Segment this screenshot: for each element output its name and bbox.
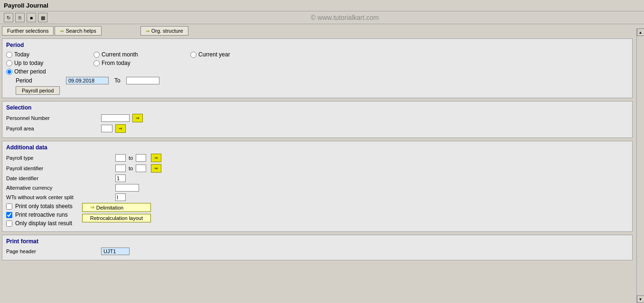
only-display-last-checkbox[interactable] [6, 220, 12, 227]
period-radio-group: Today Current month Current year Up to t… [6, 51, 628, 66]
period-section: Period Today Current month Current year … [2, 38, 633, 98]
other-period-radio[interactable] [6, 69, 12, 75]
page-header-label: Page header [6, 248, 101, 254]
date-identifier-row: Date identifier [6, 174, 628, 182]
payroll-type-label: Payroll type [6, 155, 115, 161]
personnel-number-input[interactable] [101, 114, 130, 122]
info-icon[interactable]: ▩ [38, 13, 47, 22]
period-section-title: Period [6, 42, 628, 48]
print-format-title: Print format [6, 238, 628, 245]
payroll-type-to-label: to [129, 155, 133, 161]
today-label[interactable]: Today [14, 51, 29, 58]
period-from-input[interactable] [66, 77, 109, 84]
today-radio[interactable] [6, 52, 12, 58]
additional-data-title: Additional data [6, 144, 628, 151]
payroll-period-button[interactable]: Payroll period [16, 86, 60, 95]
print-only-totals-label[interactable]: Print only totals sheets [15, 203, 73, 210]
selection-section-title: Selection [6, 104, 628, 111]
org-structure-button[interactable]: ⇒ Org. structure [140, 26, 188, 36]
payroll-type-nav-button[interactable]: ⇒ [151, 154, 161, 162]
title-bar: Payroll Journal [0, 0, 644, 11]
current-year-radio[interactable] [190, 52, 196, 58]
save-icon[interactable]: ■ [27, 13, 36, 22]
current-year-label[interactable]: Current year [198, 51, 230, 58]
action-buttons-group: ⇒ Delimitation Retrocalculation layout [82, 203, 151, 222]
payroll-identifier-nav-button[interactable]: ⇒ [151, 164, 161, 173]
wts-input[interactable] [115, 193, 126, 201]
org-structure-arrow-icon: ⇒ [146, 28, 149, 34]
scroll-down-arrow[interactable]: ▼ [637, 295, 644, 299]
from-today-radio[interactable] [93, 60, 100, 66]
delimitation-label: Delimitation [96, 205, 123, 211]
personnel-number-nav-button[interactable]: ⇒ [132, 114, 143, 122]
search-helps-label: Search helps [65, 28, 96, 34]
checkboxes-group: Print only totals sheets Print retroacti… [6, 203, 73, 229]
selection-section: Selection Personnel Number ⇒ Payroll are… [2, 101, 633, 138]
tab-bar: Further selections ⇒ Search helps ⇒ Org.… [2, 26, 633, 36]
personnel-number-label: Personnel Number [6, 115, 101, 121]
alternative-currency-row: Alternative currency [6, 184, 628, 192]
payroll-type-from-input[interactable] [115, 154, 126, 162]
scroll-up-arrow[interactable]: ▲ [637, 28, 644, 36]
further-selections-label: Further selections [7, 28, 48, 34]
payroll-identifier-row: Payroll identifier to ⇒ [6, 164, 628, 173]
page-header-row: Page header [6, 248, 628, 255]
print-retroactive-label[interactable]: Print retroactive runs [15, 211, 68, 218]
search-helps-arrow-icon: ⇒ [60, 28, 64, 34]
additional-data-section: Additional data Payroll type to ⇒ Payrol… [2, 141, 633, 232]
up-to-today-label[interactable]: Up to today [14, 60, 43, 66]
retrocalculation-label: Retrocalculation layout [90, 215, 143, 221]
wts-row: WTs without work center split [6, 193, 628, 201]
today-radio-item: Today [6, 51, 92, 58]
other-period-radio-item: Other period [6, 68, 628, 75]
personnel-number-row: Personnel Number ⇒ [6, 114, 628, 122]
print-only-totals-row: Print only totals sheets [6, 203, 73, 210]
print-retroactive-row: Print retroactive runs [6, 211, 73, 218]
main-content: Further selections ⇒ Search helps ⇒ Org.… [0, 24, 636, 299]
page-header-input[interactable] [101, 248, 130, 255]
further-selections-button[interactable]: Further selections [2, 26, 54, 36]
search-helps-button[interactable]: ⇒ Search helps [55, 26, 101, 36]
payroll-identifier-to-label: to [129, 165, 133, 171]
delimitation-button[interactable]: ⇒ Delimitation [82, 203, 151, 212]
other-period-label[interactable]: Other period [14, 68, 46, 75]
org-structure-label: Org. structure [151, 28, 183, 34]
toolbar: ↻ ⎘ ■ ▩ © www.tutorialkart.com [0, 11, 644, 24]
print-retroactive-checkbox[interactable] [6, 212, 12, 218]
period-input-row: Period To [16, 77, 628, 84]
period-to-input[interactable] [126, 77, 159, 84]
print-only-totals-checkbox[interactable] [6, 203, 12, 210]
page-title: Payroll Journal [4, 2, 48, 9]
current-month-radio[interactable] [93, 52, 100, 58]
payroll-identifier-from-input[interactable] [115, 165, 126, 172]
up-to-today-radio[interactable] [6, 60, 12, 66]
navigate-icon[interactable]: ↻ [4, 13, 13, 22]
payroll-area-input[interactable] [101, 125, 112, 132]
date-identifier-label: Date identifier [6, 175, 115, 181]
payroll-area-row: Payroll area ⇒ [6, 124, 628, 133]
from-today-radio-item: From today [93, 60, 188, 66]
payroll-type-to-input[interactable] [136, 154, 146, 162]
payroll-area-label: Payroll area [6, 126, 101, 131]
scrollbar-right: ▲ ▼ [636, 28, 644, 299]
payroll-identifier-to-input[interactable] [136, 165, 146, 172]
payroll-area-nav-button[interactable]: ⇒ [115, 124, 126, 133]
print-format-section: Print format Page header [2, 235, 633, 260]
current-month-radio-item: Current month [93, 51, 188, 58]
up-to-today-radio-item: Up to today [6, 60, 92, 66]
payroll-identifier-label: Payroll identifier [6, 165, 115, 171]
alternative-currency-label: Alternative currency [6, 185, 115, 191]
only-display-last-row: Only display last result [6, 220, 73, 227]
from-today-label[interactable]: From today [102, 60, 131, 66]
current-year-radio-item: Current year [190, 51, 285, 58]
date-identifier-input[interactable] [115, 174, 126, 182]
wts-label: WTs without work center split [6, 194, 115, 200]
period-label: Period [16, 77, 63, 84]
only-display-last-label[interactable]: Only display last result [15, 220, 72, 227]
copy-icon[interactable]: ⎘ [15, 13, 25, 22]
alternative-currency-input[interactable] [115, 184, 139, 192]
delimitation-arrow-icon: ⇒ [90, 204, 94, 211]
retrocalculation-button[interactable]: Retrocalculation layout [82, 214, 151, 222]
current-month-label[interactable]: Current month [102, 51, 138, 58]
payroll-type-row: Payroll type to ⇒ [6, 154, 628, 162]
